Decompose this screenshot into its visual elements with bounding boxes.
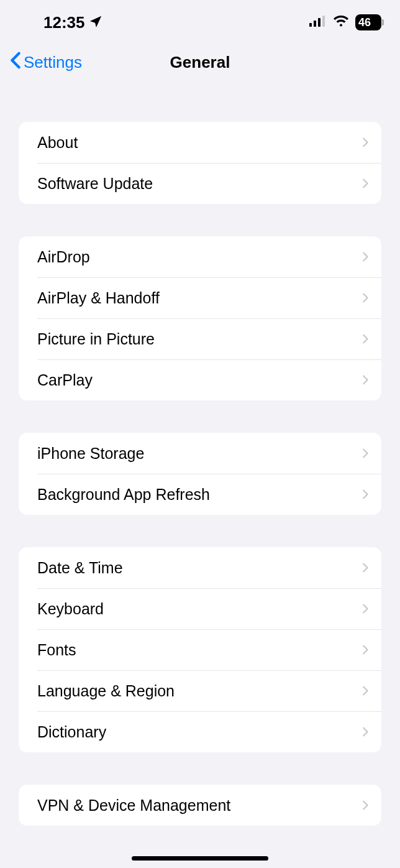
chevron-right-icon — [361, 175, 369, 193]
chevron-right-icon — [361, 445, 369, 463]
row-label: Keyboard — [37, 600, 104, 618]
battery-level: 46 — [358, 16, 371, 29]
chevron-right-icon — [361, 600, 369, 618]
row-label: VPN & Device Management — [37, 796, 230, 815]
row-keyboard[interactable]: Keyboard — [19, 588, 381, 629]
row-date-time[interactable]: Date & Time — [19, 547, 381, 588]
status-right: 46 — [309, 14, 381, 30]
row-label: Language & Region — [37, 682, 175, 700]
chevron-right-icon — [361, 682, 369, 700]
wifi-icon — [333, 15, 349, 30]
row-iphone-storage[interactable]: iPhone Storage — [19, 433, 381, 474]
row-fonts[interactable]: Fonts — [19, 629, 381, 670]
row-label: AirDrop — [37, 248, 90, 266]
row-label: Date & Time — [37, 559, 123, 577]
location-icon — [89, 13, 102, 32]
home-indicator — [132, 856, 268, 861]
svg-rect-2 — [318, 18, 320, 27]
settings-group: AirDropAirPlay & HandoffPicture in Pictu… — [19, 236, 381, 400]
row-label: AirPlay & Handoff — [37, 289, 160, 307]
status-bar: 12:35 46 — [0, 0, 400, 37]
cellular-icon — [309, 15, 327, 30]
svg-rect-1 — [314, 21, 316, 27]
chevron-right-icon — [361, 486, 369, 504]
back-button[interactable]: Settings — [10, 52, 82, 73]
chevron-right-icon — [361, 289, 369, 307]
chevron-left-icon — [10, 52, 21, 73]
status-left: 12:35 — [43, 13, 102, 32]
row-label: iPhone Storage — [37, 445, 144, 463]
svg-rect-0 — [309, 23, 312, 27]
row-label: CarPlay — [37, 371, 93, 389]
page-title: General — [170, 53, 230, 72]
content: AboutSoftware UpdateAirDropAirPlay & Han… — [0, 122, 400, 826]
row-label: Background App Refresh — [37, 486, 210, 504]
chevron-right-icon — [361, 723, 369, 741]
back-label: Settings — [24, 53, 82, 72]
row-about[interactable]: About — [19, 122, 381, 163]
battery-icon: 46 — [355, 14, 381, 30]
chevron-right-icon — [361, 796, 369, 815]
settings-group: iPhone StorageBackground App Refresh — [19, 433, 381, 515]
row-label: Software Update — [37, 175, 153, 193]
chevron-right-icon — [361, 641, 369, 659]
row-airdrop[interactable]: AirDrop — [19, 236, 381, 277]
row-label: Picture in Picture — [37, 330, 155, 348]
chevron-right-icon — [361, 330, 369, 348]
row-language-region[interactable]: Language & Region — [19, 670, 381, 711]
chevron-right-icon — [361, 371, 369, 389]
settings-group: VPN & Device Management — [19, 785, 381, 826]
row-label: Dictionary — [37, 723, 106, 741]
row-vpn-device-management[interactable]: VPN & Device Management — [19, 785, 381, 826]
row-software-update[interactable]: Software Update — [19, 163, 381, 204]
chevron-right-icon — [361, 248, 369, 266]
row-airplay-handoff[interactable]: AirPlay & Handoff — [19, 277, 381, 318]
nav-bar: Settings General — [0, 37, 400, 87]
svg-rect-3 — [322, 16, 325, 27]
row-background-app-refresh[interactable]: Background App Refresh — [19, 474, 381, 515]
chevron-right-icon — [361, 559, 369, 577]
row-picture-in-picture[interactable]: Picture in Picture — [19, 318, 381, 359]
row-dictionary[interactable]: Dictionary — [19, 711, 381, 752]
settings-group: Date & TimeKeyboardFontsLanguage & Regio… — [19, 547, 381, 752]
row-carplay[interactable]: CarPlay — [19, 359, 381, 400]
chevron-right-icon — [361, 134, 369, 152]
row-label: About — [37, 134, 78, 152]
row-label: Fonts — [37, 641, 76, 659]
status-time: 12:35 — [43, 13, 85, 32]
settings-group: AboutSoftware Update — [19, 122, 381, 204]
